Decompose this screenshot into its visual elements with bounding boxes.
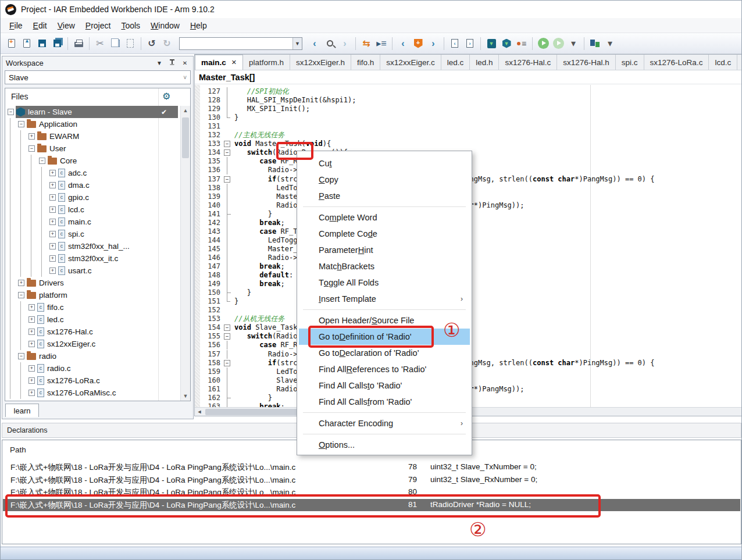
- scroll-up-icon[interactable]: ▲: [181, 106, 190, 115]
- expand-icon[interactable]: +: [28, 133, 35, 140]
- expand-icon[interactable]: +: [28, 329, 35, 335]
- expand-icon[interactable]: +: [49, 255, 56, 262]
- menubar-item-edit[interactable]: Edit: [28, 19, 52, 32]
- pin-icon[interactable]: [167, 59, 177, 66]
- editor-tab-sx12xxeiger-c[interactable]: sx12xxEiger.c: [380, 55, 441, 70]
- expand-icon[interactable]: +: [49, 267, 56, 274]
- cut-icon[interactable]: ✂: [92, 36, 108, 51]
- search-input[interactable]: [180, 38, 292, 49]
- collapse-icon[interactable]: −: [39, 158, 45, 164]
- print-icon[interactable]: [71, 36, 86, 51]
- editor-tab-led-c[interactable]: led.c: [441, 55, 470, 70]
- download-debug-icon[interactable]: ▼: [484, 36, 499, 51]
- scroll-left-icon[interactable]: ◄: [195, 408, 204, 416]
- tree-item-application[interactable]: −Application: [5, 118, 180, 130]
- menu-item-match-brackets[interactable]: Match Brackets: [299, 258, 470, 274]
- gear-icon[interactable]: ⚙: [162, 91, 170, 102]
- tree-item-sx1276-lora-c[interactable]: +csx1276-LoRa.c: [5, 374, 180, 387]
- declaration-row[interactable]: F:\嵌入式+物联网\18 - LoRa开发与应用\D4 - LoRa Ping…: [3, 474, 740, 486]
- fold-gutter[interactable]: −: [220, 332, 234, 341]
- tree-item-ewarm[interactable]: +EWARM: [5, 130, 180, 142]
- expand-icon[interactable]: +: [28, 365, 35, 372]
- collapse-icon[interactable]: −: [18, 121, 24, 127]
- menu-item-complete-word[interactable]: Complete Word: [299, 209, 470, 226]
- collapse-icon[interactable]: −: [8, 109, 14, 115]
- fold-gutter[interactable]: −: [220, 323, 234, 332]
- collapse-icon[interactable]: −: [18, 292, 24, 298]
- menubar-item-project[interactable]: Project: [80, 19, 116, 32]
- fold-collapse-icon[interactable]: −: [224, 149, 230, 156]
- tree-item-dma-c[interactable]: +cdma.c: [5, 179, 180, 191]
- fold-collapse-icon[interactable]: −: [224, 360, 230, 366]
- menubar-item-window[interactable]: Window: [145, 19, 185, 32]
- menu-item-insert-template[interactable]: Insert Template›: [299, 291, 470, 307]
- fold-gutter[interactable]: −: [220, 140, 234, 148]
- expand-icon[interactable]: +: [49, 243, 56, 249]
- expand-icon[interactable]: +: [49, 206, 56, 213]
- prev-bookmark-icon[interactable]: ‹: [395, 36, 411, 51]
- menu-item-copy[interactable]: Copy: [299, 172, 470, 188]
- expand-icon[interactable]: +: [28, 304, 35, 311]
- menu-item-cut[interactable]: Cut: [299, 155, 470, 172]
- fold-gutter[interactable]: −: [220, 359, 234, 368]
- fold-collapse-icon[interactable]: −: [224, 141, 230, 147]
- open-document-icon[interactable]: ▲: [19, 36, 34, 51]
- editor-tab-gpio-c[interactable]: gpio.c: [737, 55, 742, 70]
- collapse-icon[interactable]: −: [28, 145, 35, 152]
- download-all-icon[interactable]: ▼: [499, 36, 514, 51]
- expand-icon[interactable]: +: [28, 316, 35, 323]
- expand-icon[interactable]: +: [28, 341, 35, 347]
- expand-icon[interactable]: +: [49, 194, 56, 201]
- tree-item-main-c[interactable]: +cmain.c: [5, 216, 180, 228]
- editor-tab-sx1276-lora-c[interactable]: sx1276-LoRa.c: [644, 55, 709, 70]
- redo-icon[interactable]: ↻: [159, 36, 174, 51]
- declaration-row[interactable]: F:\嵌入式+物联网\18 - LoRa开发与应用\D4 - LoRa Ping…: [3, 461, 740, 473]
- toggle-bookmark-icon[interactable]: +: [411, 36, 426, 51]
- next-doc-icon[interactable]: ›: [462, 36, 477, 51]
- menu-item-options[interactable]: Options...: [299, 437, 470, 453]
- editor-tab-fifo-h[interactable]: fifo.h: [351, 55, 380, 70]
- goto-source-icon[interactable]: ⇆: [359, 36, 374, 51]
- toolbar-overflow-icon[interactable]: ▾: [566, 36, 581, 51]
- toolbar-search-combobox[interactable]: ▼: [179, 37, 302, 50]
- collapse-icon[interactable]: −: [18, 353, 24, 359]
- menu-item-complete-code[interactable]: Complete Code: [299, 226, 470, 242]
- save-all-icon[interactable]: [49, 36, 65, 51]
- menubar-item-file[interactable]: File: [4, 19, 28, 32]
- breakpoints-list-icon[interactable]: ≡: [514, 36, 529, 51]
- tree-item-radio[interactable]: −radio: [5, 350, 180, 362]
- editor-tab-sx12xxeiger-h[interactable]: sx12xxEiger.h: [290, 55, 351, 70]
- next-bookmark-icon[interactable]: ›: [426, 36, 441, 51]
- menubar-item-help[interactable]: Help: [185, 19, 212, 32]
- expand-icon[interactable]: +: [49, 170, 56, 176]
- save-icon[interactable]: [34, 36, 49, 51]
- nav-back-icon[interactable]: ‹: [307, 36, 322, 51]
- menubar-item-view[interactable]: View: [52, 19, 80, 32]
- menu-item-find-all-references[interactable]: Find All References to 'Radio': [299, 361, 470, 377]
- tree-item-stm32f0xx-it-c[interactable]: +cstm32f0xx_it.c: [5, 252, 180, 265]
- workspace-bottom-tab[interactable]: learn: [5, 404, 39, 417]
- expand-icon[interactable]: +: [49, 231, 56, 237]
- tree-item-stm32f0xx-hal-[interactable]: +cstm32f0xx_hal_...: [5, 240, 180, 252]
- fold-collapse-icon[interactable]: −: [224, 324, 230, 331]
- scroll-down-icon[interactable]: ▼: [181, 391, 190, 401]
- close-tab-icon[interactable]: ✕: [231, 59, 237, 66]
- expand-icon[interactable]: +: [18, 280, 24, 286]
- editor-tab-lcd-c[interactable]: lcd.c: [709, 55, 737, 70]
- tree-item-usart-c[interactable]: +cusart.c: [5, 265, 180, 277]
- menu-item-toggle-all-folds[interactable]: Toggle All Folds: [299, 274, 470, 291]
- tree-item-spi-c[interactable]: +cspi.c: [5, 228, 180, 240]
- tree-item-drivers[interactable]: +Drivers: [5, 277, 180, 289]
- tree-item-fifo-c[interactable]: +cfifo.c: [5, 301, 180, 313]
- editor-tab-platform-h[interactable]: platform.h: [243, 55, 290, 70]
- column-header-path[interactable]: Path: [10, 445, 26, 454]
- run-icon[interactable]: [536, 36, 551, 51]
- editor-tab-led-h[interactable]: led.h: [470, 55, 499, 70]
- scroll-thumb[interactable]: [182, 117, 189, 158]
- menu-item-goto-declaration[interactable]: Go to Declaration of 'Radio': [299, 345, 470, 361]
- menu-item-character-encoding[interactable]: Character Encoding›: [299, 415, 470, 431]
- memory-icon[interactable]: [587, 36, 602, 51]
- expand-icon[interactable]: +: [49, 219, 56, 225]
- menu-item-find-all-calls-from[interactable]: Find All Calls from 'Radio': [299, 394, 470, 410]
- fold-collapse-icon[interactable]: −: [224, 333, 230, 340]
